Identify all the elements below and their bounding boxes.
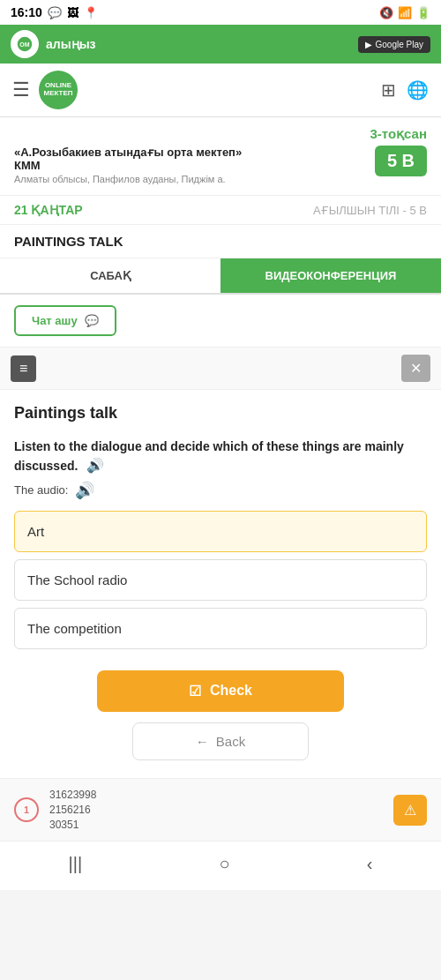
location-icon: 📍 (84, 6, 98, 19)
option-school-radio[interactable]: The School radio (14, 559, 427, 601)
close-icon: ✕ (410, 361, 422, 376)
lesson-title-bar: PAINTINGS TALK (0, 225, 441, 258)
home-nav-icon: ○ (219, 854, 229, 873)
chat-section: Чат ашу 💬 (0, 295, 441, 348)
hamburger-lines-icon: ≡ (19, 361, 27, 376)
option-art-label: Art (27, 524, 44, 539)
status-time: 16:10 (11, 5, 42, 19)
option-competition-label: The competition (27, 621, 122, 636)
mute-icon: 🔇 (379, 6, 393, 19)
instruction-text: Listen to the dialogue and decide which … (14, 438, 427, 475)
message-icon: 💬 (48, 6, 62, 19)
top-banner-logo: OM (11, 30, 39, 58)
system-nav: ||| ○ ‹ (0, 841, 441, 890)
option-art[interactable]: Art (14, 511, 427, 552)
top-banner: OM алыңыз ▶ Google Play (0, 25, 441, 64)
instruction-audio-icon[interactable]: 🔊 (86, 458, 104, 473)
warning-button[interactable]: ⚠ (393, 795, 427, 826)
play-icon: ▶ (365, 40, 372, 49)
logo-text: ONLINEМЕКТЕП (43, 82, 72, 98)
nav-logo: ONLINEМЕКТЕП (39, 71, 78, 109)
google-play-btn[interactable]: ▶ Google Play (358, 36, 430, 53)
warning-icon: ⚠ (404, 803, 416, 818)
check-btn-label: Check (210, 683, 252, 699)
school-name: «А.Розыбакиев атындағы орта мектеп»КММ (14, 146, 242, 172)
school-info: 3-тоқсан «А.Розыбакиев атындағы орта мек… (0, 117, 441, 196)
audio-row: The audio: 🔊 (14, 481, 427, 500)
tab-saback[interactable]: САБАҚ (0, 258, 220, 293)
home-nav-button[interactable]: ○ (205, 850, 243, 878)
check-icon: ☑ (189, 683, 201, 699)
action-buttons: ☑ Check ← Back (14, 670, 427, 760)
top-banner-text: алыңыз (46, 37, 96, 51)
check-button[interactable]: ☑ Check (97, 670, 344, 712)
battery-icon: 🔋 (416, 6, 430, 19)
image-icon: 🖼 (67, 6, 78, 19)
date-label: 21 ҚАҢТАР (14, 203, 83, 217)
audio-play-icon[interactable]: 🔊 (75, 481, 94, 500)
google-play-label: Google Play (376, 40, 423, 49)
audio-label: The audio: (14, 483, 68, 497)
content-hamburger-button[interactable]: ≡ (11, 355, 36, 382)
nav-right: ⊞ 🌐 (381, 79, 429, 101)
recent-nav-icon: ‹ (367, 854, 373, 873)
status-bar: 16:10 💬 🖼 📍 🔇 📶 🔋 (0, 0, 441, 25)
subject-label: АҒЫЛШЫН ТІЛІ - 5 В (313, 204, 427, 217)
top-banner-left: OM алыңыз (11, 30, 96, 58)
back-button[interactable]: ← Back (132, 722, 309, 760)
main-content: Paintings talk Listen to the dialogue an… (0, 390, 441, 778)
content-header: ≡ ✕ (0, 348, 441, 390)
back-nav-button[interactable]: ||| (55, 850, 97, 878)
back-arrow-icon: ← (196, 734, 209, 749)
globe-icon[interactable]: 🌐 (407, 79, 429, 101)
status-left: 16:10 💬 🖼 📍 (11, 5, 98, 19)
tab-videoconference[interactable]: ВИДЕОКОНФЕРЕНЦИЯ (220, 258, 441, 293)
nav-left: ☰ ONLINEМЕКТЕП (12, 71, 78, 109)
back-nav-icon: ||| (69, 854, 83, 873)
bottom-circle: 1 (14, 797, 39, 822)
content-close-button[interactable]: ✕ (401, 355, 430, 382)
hamburger-icon[interactable]: ☰ (12, 79, 30, 101)
chat-icon: 💬 (85, 314, 99, 327)
back-btn-label: Back (216, 734, 245, 749)
chat-btn-label: Чат ашу (32, 314, 78, 327)
content-title: Paintings talk (14, 404, 427, 423)
content-area: ≡ ✕ Paintings talk Listen to the dialogu… (0, 348, 441, 778)
chat-button[interactable]: Чат ашу 💬 (14, 305, 116, 336)
grid-icon[interactable]: ⊞ (381, 79, 396, 101)
circle-number: 1 (24, 804, 29, 815)
nav-bar: ☰ ONLINEМЕКТЕП ⊞ 🌐 (0, 64, 441, 117)
date-row: 21 ҚАҢТАР АҒЫЛШЫН ТІЛІ - 5 В (0, 196, 441, 225)
recent-nav-button[interactable]: ‹ (353, 850, 387, 878)
status-right: 🔇 📶 🔋 (379, 6, 430, 19)
option-school-radio-label: The School radio (27, 572, 127, 587)
signal-icon: 📶 (398, 6, 412, 19)
svg-text:OM: OM (19, 41, 29, 48)
school-address: Алматы облысы, Панфилов ауданы, Пиджім а… (14, 174, 242, 184)
class-badge: 5 В (375, 146, 427, 176)
quarter-label: 3-тоқсан (14, 126, 427, 142)
option-competition[interactable]: The competition (14, 608, 427, 649)
school-name-row: «А.Розыбакиев атындағы орта мектеп»КММ А… (14, 146, 427, 184)
bottom-info-bar: 1 31623998215621630351 ⚠ (0, 778, 441, 841)
tab-bar: САБАҚ ВИДЕОКОНФЕРЕНЦИЯ (0, 258, 441, 295)
bottom-numbers: 31623998215621630351 (49, 788, 96, 832)
